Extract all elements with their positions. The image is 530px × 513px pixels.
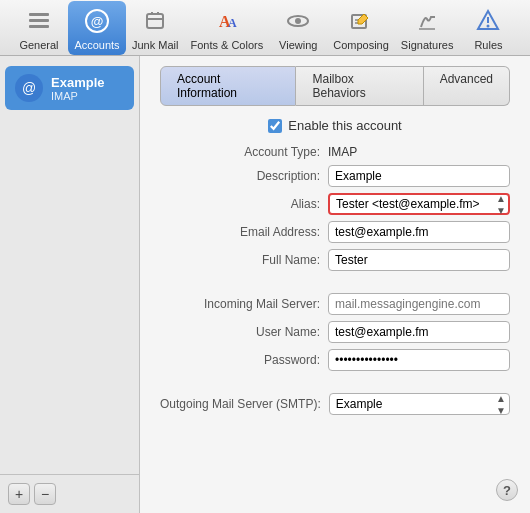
toolbar-item-rules[interactable]: Rules xyxy=(459,1,517,55)
enable-account-checkbox[interactable] xyxy=(268,119,282,133)
toolbar-item-accounts-label: Accounts xyxy=(74,39,119,51)
toolbar-item-junk-mail-label: Junk Mail xyxy=(132,39,178,51)
fonts-colors-icon: A A xyxy=(211,5,243,37)
label-username: User Name: xyxy=(160,325,320,339)
form-section: Account Type: IMAP Description: Alias: T… xyxy=(160,145,510,415)
label-smtp: Outgoing Mail Server (SMTP): xyxy=(160,397,321,411)
form-row-password: Password: xyxy=(160,349,510,371)
toolbar-item-rules-label: Rules xyxy=(474,39,502,51)
smtp-select-wrapper: Example ▲ ▼ xyxy=(329,393,510,415)
label-description: Description: xyxy=(160,169,320,183)
form-row-fullname: Full Name: xyxy=(160,249,510,271)
account-icon: @ xyxy=(15,74,43,102)
tab-mailbox-behaviors[interactable]: Mailbox Behaviors xyxy=(296,66,423,106)
form-row-email: Email Address: xyxy=(160,221,510,243)
toolbar: General @ Accounts Junk Mail A A xyxy=(0,0,530,56)
viewing-icon xyxy=(282,5,314,37)
sidebar-controls: + − xyxy=(0,474,139,513)
form-divider-1 xyxy=(160,277,510,287)
right-panel: Account Information Mailbox Behaviors Ad… xyxy=(140,56,530,513)
toolbar-item-junk-mail[interactable]: Junk Mail xyxy=(126,1,184,55)
input-username[interactable] xyxy=(328,321,510,343)
account-type: IMAP xyxy=(51,90,104,102)
input-fullname[interactable] xyxy=(328,249,510,271)
general-icon xyxy=(23,5,55,37)
svg-rect-2 xyxy=(29,25,49,28)
label-email: Email Address: xyxy=(160,225,320,239)
rules-icon xyxy=(472,5,504,37)
toolbar-item-composing[interactable]: Composing xyxy=(327,1,395,55)
svg-point-19 xyxy=(487,24,490,27)
toolbar-item-fonts-colors[interactable]: A A Fonts & Colors xyxy=(184,1,269,55)
input-incoming-server[interactable] xyxy=(328,293,510,315)
toolbar-item-signatures-label: Signatures xyxy=(401,39,454,51)
svg-rect-5 xyxy=(147,14,163,28)
form-row-description: Description: xyxy=(160,165,510,187)
toolbar-item-signatures[interactable]: Signatures xyxy=(395,1,460,55)
main-content: @ Example IMAP + − Account Information M… xyxy=(0,56,530,513)
add-account-button[interactable]: + xyxy=(8,483,30,505)
help-button[interactable]: ? xyxy=(496,479,518,501)
enable-account-label: Enable this account xyxy=(288,118,401,133)
remove-account-button[interactable]: − xyxy=(34,483,56,505)
svg-point-12 xyxy=(295,18,301,24)
tab-account-information[interactable]: Account Information xyxy=(160,66,296,106)
svg-rect-0 xyxy=(29,13,49,16)
select-smtp[interactable]: Example xyxy=(329,393,510,415)
input-description[interactable] xyxy=(328,165,510,187)
label-fullname: Full Name: xyxy=(160,253,320,267)
toolbar-item-general[interactable]: General xyxy=(10,1,68,55)
sidebar: @ Example IMAP + − xyxy=(0,56,140,513)
value-account-type: IMAP xyxy=(328,145,357,159)
svg-text:A: A xyxy=(228,16,237,30)
accounts-icon: @ xyxy=(81,5,113,37)
junk-mail-icon xyxy=(139,5,171,37)
select-alias[interactable]: Tester <test@example.fm> xyxy=(328,193,510,215)
account-name: Example xyxy=(51,75,104,90)
toolbar-item-accounts[interactable]: @ Accounts xyxy=(68,1,126,55)
form-row-smtp: Outgoing Mail Server (SMTP): Example ▲ ▼ xyxy=(160,393,510,415)
alias-select-wrapper: Tester <test@example.fm> ▲ ▼ xyxy=(328,193,510,215)
tab-advanced[interactable]: Advanced xyxy=(424,66,510,106)
input-email[interactable] xyxy=(328,221,510,243)
form-row-account-type: Account Type: IMAP xyxy=(160,145,510,159)
sidebar-item-example[interactable]: @ Example IMAP xyxy=(5,66,134,110)
label-incoming-server: Incoming Mail Server: xyxy=(160,297,320,311)
svg-text:@: @ xyxy=(91,14,104,29)
label-alias: Alias: xyxy=(160,197,320,211)
tab-bar: Account Information Mailbox Behaviors Ad… xyxy=(160,66,510,106)
label-password: Password: xyxy=(160,353,320,367)
form-row-alias: Alias: Tester <test@example.fm> ▲ ▼ xyxy=(160,193,510,215)
enable-account-row: Enable this account xyxy=(160,118,510,133)
form-divider-2 xyxy=(160,377,510,387)
form-row-username: User Name: xyxy=(160,321,510,343)
account-info: Example IMAP xyxy=(51,75,104,102)
label-account-type: Account Type: xyxy=(160,145,320,159)
composing-icon xyxy=(345,5,377,37)
toolbar-item-fonts-colors-label: Fonts & Colors xyxy=(190,39,263,51)
signatures-icon xyxy=(411,5,443,37)
toolbar-item-general-label: General xyxy=(19,39,58,51)
toolbar-item-viewing[interactable]: Viewing xyxy=(269,1,327,55)
svg-rect-1 xyxy=(29,19,49,22)
form-row-incoming-server: Incoming Mail Server: xyxy=(160,293,510,315)
toolbar-item-viewing-label: Viewing xyxy=(279,39,317,51)
input-password[interactable] xyxy=(328,349,510,371)
toolbar-item-composing-label: Composing xyxy=(333,39,389,51)
